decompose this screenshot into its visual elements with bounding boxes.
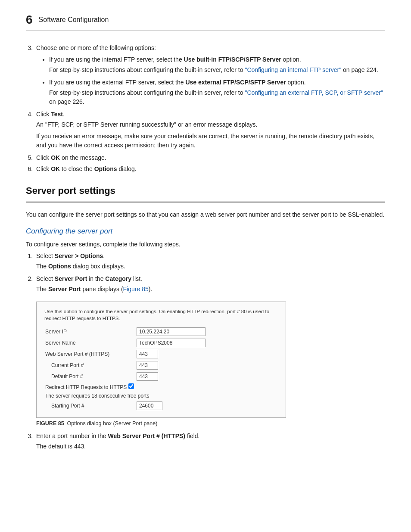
step5-prefix: Click bbox=[36, 154, 51, 161]
sub-step3-suffix: field. bbox=[185, 432, 199, 439]
current-port-cell bbox=[135, 360, 278, 371]
table-row: Web Server Port # (HTTPS) bbox=[44, 348, 278, 360]
bullet1-bold: Use built-in FTP/SCP/SFTP Server bbox=[184, 56, 281, 63]
figure-caption-text: Options dialog box (Server Port pane) bbox=[67, 420, 158, 426]
page-header: 6 Software Configuration bbox=[26, 13, 385, 31]
redirect-label: Redirect HTTP Requests to HTTPS bbox=[45, 384, 128, 390]
server-name-cell bbox=[135, 337, 278, 348]
redirect-checkbox[interactable] bbox=[128, 383, 134, 389]
sub-step1-bold: Server > Options bbox=[55, 252, 103, 259]
bullet2-sub: For step-by-step instructions about conf… bbox=[49, 88, 385, 106]
sub-step2-sub-suffix: ). bbox=[149, 286, 153, 292]
bullet2-sub-prefix: For step-by-step instructions about conf… bbox=[49, 89, 245, 96]
bullet-item-2: If you are using the external FTP server… bbox=[49, 79, 385, 106]
web-server-port-cell bbox=[135, 348, 278, 360]
sub-step3-prefix: Enter a port number in the bbox=[36, 432, 108, 439]
redirect-checkbox-cell: Redirect HTTP Requests to HTTPS bbox=[44, 382, 278, 392]
sub-steps-list: Select Server > Options. The Options dia… bbox=[34, 252, 385, 451]
section-intro: You can configure the server port settin… bbox=[26, 210, 385, 219]
main-steps-list: Choose one or more of the following opti… bbox=[34, 44, 385, 172]
default-port-input[interactable] bbox=[137, 372, 158, 381]
starting-port-input[interactable] bbox=[137, 401, 162, 410]
starting-port-label: Starting Port # bbox=[44, 400, 135, 411]
figure-desc: Use this option to configure the server … bbox=[44, 308, 278, 322]
sub-step1-sub: The Options dialog box displays. bbox=[36, 262, 385, 271]
sub-step3-bold: Web Server Port # (HTTPS) bbox=[108, 432, 185, 439]
server-ip-label: Server IP bbox=[44, 326, 135, 337]
step3-text: Choose one or more of the following opti… bbox=[36, 44, 156, 51]
step6-suffix: dialog. bbox=[117, 165, 137, 172]
step5-suffix: on the message. bbox=[60, 154, 106, 161]
current-port-input[interactable] bbox=[137, 361, 158, 370]
table-row: Starting Port # bbox=[44, 400, 278, 411]
subsection-intro: To configure server settings, complete t… bbox=[26, 240, 385, 249]
server-name-input[interactable] bbox=[137, 339, 206, 347]
bullet2-prefix: If you are using the external FTP server… bbox=[49, 79, 185, 86]
sub-step-1: Select Server > Options. The Options dia… bbox=[34, 252, 385, 271]
link-external-ftp[interactable]: "Configuring an external FTP, SCP, or SF… bbox=[245, 89, 383, 96]
sub-step2-middle: in the bbox=[87, 275, 105, 282]
sub-step2-sub-bold: Server Port bbox=[48, 286, 81, 292]
figure-85-link[interactable]: Figure 85 bbox=[123, 286, 149, 292]
figure-form-table: Server IP Server Name Web bbox=[44, 326, 278, 411]
bullet1-suffix: option. bbox=[281, 56, 301, 63]
starting-port-cell bbox=[135, 400, 278, 411]
sub-step2-bold-sp: Server Port bbox=[55, 275, 87, 282]
sub-step2-sub-prefix: The bbox=[36, 286, 48, 292]
step4-suffix: . bbox=[63, 111, 65, 118]
server-ip-cell bbox=[135, 326, 278, 337]
sub-step-2: Select Server Port in the Category list.… bbox=[34, 275, 385, 426]
free-ports-label: The server requires 18 consecutive free … bbox=[45, 393, 149, 399]
sub-step2-prefix: Select bbox=[36, 275, 55, 282]
bullet2-sub-suffix: on page 226. bbox=[49, 98, 84, 105]
web-server-port-input[interactable] bbox=[137, 350, 158, 358]
step4-para1: An "FTP, SCP, or SFTP Server running suc… bbox=[36, 120, 385, 129]
subsection-heading: Configuring the server port bbox=[26, 227, 385, 236]
main-content: Choose one or more of the following opti… bbox=[26, 44, 385, 451]
free-ports-cell: The server requires 18 consecutive free … bbox=[44, 392, 278, 400]
step-4: Click Test. An "FTP, SCP, or SFTP Server… bbox=[34, 111, 385, 150]
current-port-label: Current Port # bbox=[44, 360, 135, 371]
bullet1-sub-prefix: For step-by-step instructions about conf… bbox=[49, 66, 245, 73]
table-row: Server IP bbox=[44, 326, 278, 337]
bullet1-sub: For step-by-step instructions about conf… bbox=[49, 65, 385, 75]
step4-prefix: Click bbox=[36, 111, 51, 118]
sub-step3-sub: The default is 443. bbox=[36, 442, 385, 451]
step4-bold: Test bbox=[51, 111, 63, 118]
section-divider bbox=[26, 202, 385, 202]
step6-bold-ok: OK bbox=[51, 165, 60, 172]
default-port-label: Default Port # bbox=[44, 371, 135, 382]
sub-step1-prefix: Select bbox=[36, 252, 55, 259]
table-row: Current Port # bbox=[44, 360, 278, 371]
sub-step2-sub-middle: pane displays ( bbox=[81, 286, 123, 292]
table-row: Redirect HTTP Requests to HTTPS bbox=[44, 382, 278, 392]
step6-prefix: Click bbox=[36, 165, 51, 172]
bullet-item-1: If you are using the internal FTP server… bbox=[49, 56, 385, 75]
figure-caption-fig: FIGURE 85 bbox=[36, 420, 64, 426]
web-server-port-label: Web Server Port # (HTTPS) bbox=[44, 348, 135, 360]
sub-step2-suffix: list. bbox=[131, 275, 142, 282]
link-internal-ftp[interactable]: "Configuring an internal FTP server" bbox=[245, 66, 341, 73]
bullet1-prefix: If you are using the internal FTP server… bbox=[49, 56, 184, 63]
figure-85-box: Use this option to configure the server … bbox=[36, 302, 286, 418]
sub-step1-sub-suffix: dialog box displays. bbox=[71, 263, 125, 270]
sub-step2-sub: The Server Port pane displays (Figure 85… bbox=[36, 285, 385, 294]
figure-caption: FIGURE 85 Options dialog box (Server Por… bbox=[36, 420, 385, 426]
chapter-title: Software Configuration bbox=[39, 16, 109, 24]
step6-bold-options: Options bbox=[94, 165, 117, 172]
step4-para2: If you receive an error message, make su… bbox=[36, 132, 385, 150]
server-name-label: Server Name bbox=[44, 337, 135, 348]
options-bullet-list: If you are using the internal FTP server… bbox=[49, 56, 385, 106]
sub-step1-suffix: . bbox=[103, 252, 105, 259]
sub-step-3: Enter a port number in the Web Server Po… bbox=[34, 432, 385, 451]
step5-bold: OK bbox=[51, 154, 60, 161]
chapter-number: 6 bbox=[26, 13, 33, 27]
server-ip-input[interactable] bbox=[137, 327, 206, 336]
table-row: The server requires 18 consecutive free … bbox=[44, 392, 278, 400]
sub-step2-bold-cat: Category bbox=[105, 275, 131, 282]
bullet1-sub-suffix: on page 224. bbox=[341, 66, 378, 73]
sub-step1-sub-prefix: The bbox=[36, 263, 48, 270]
table-row: Server Name bbox=[44, 337, 278, 348]
step-6: Click OK to close the Options dialog. bbox=[34, 165, 385, 172]
section-heading: Server port settings bbox=[26, 185, 385, 196]
